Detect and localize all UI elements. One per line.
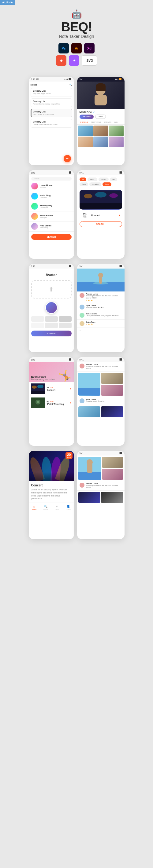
photo-grid-bottom	[77, 491, 125, 504]
svg-rect-8	[80, 203, 122, 209]
contact-laura[interactable]: Laura Moore Founder	[29, 181, 74, 191]
avatar-option-6[interactable]	[59, 322, 72, 328]
contact-list-phone: 9:41 ⬛ Search... Laura Moore Founder Mar…	[29, 170, 74, 259]
svg-point-13	[98, 273, 103, 278]
chip-location[interactable]: Location	[90, 182, 101, 186]
photo-feed-item-2: Ryan Drake Amazing event! Great fun	[77, 397, 125, 405]
avatar-option-5[interactable]	[45, 322, 58, 328]
app-logo: 🤖	[71, 9, 82, 19]
svg-rect-24	[78, 472, 101, 480]
add-note-fab[interactable]: +	[63, 155, 71, 162]
svg-rect-1	[95, 95, 107, 105]
avatar-upload-area[interactable]: ⬆	[31, 280, 72, 299]
chip-type[interactable]: Type	[103, 182, 111, 186]
screens-row-1: 9:41 AM ●●● ⬛ Notes 🔍 Grocery List Buy m…	[5, 77, 148, 165]
gallery-photo-6	[109, 136, 124, 147]
avatar-option-1[interactable]	[31, 316, 44, 322]
tab-profile[interactable]: PROFILE	[79, 120, 90, 124]
note-item-3-selected[interactable]: Grocery List Don't forget to grab coffee	[31, 109, 72, 118]
contact-info-paolo: Paolo Bonett Manager	[40, 215, 72, 218]
status-bar-photos: 9:41 ⬛	[77, 357, 125, 362]
favorite-icon[interactable]: ♥	[119, 214, 121, 217]
profile-name-bar: Mark Doe ✓	[77, 109, 125, 115]
avatar-options-grid	[31, 316, 72, 328]
concert-favorite[interactable]: ●	[70, 388, 72, 390]
gallery-photo-5	[93, 136, 108, 147]
avatar-screen: Avatar ⬆ Confirm	[29, 269, 74, 339]
svg-point-16	[37, 385, 44, 388]
figma-icon: ✦	[69, 55, 79, 66]
photo2-feed-item: Andrea Lurch Throwing Shot throw like th…	[77, 481, 125, 491]
gallery-photo-2	[93, 126, 108, 136]
tab-mentions[interactable]: MENTIONS	[90, 120, 103, 124]
event-info: Concert	[91, 214, 116, 217]
contact-mario[interactable]: Mario Sing Designer	[29, 191, 74, 202]
tab-events[interactable]: EVENTS	[103, 120, 113, 124]
notes-search-icon[interactable]: 🔍	[70, 84, 72, 86]
search-icon: 🔍	[44, 505, 47, 508]
filter-chips-row: All Music Sports Art	[80, 178, 122, 181]
avatar-option-2[interactable]	[45, 316, 58, 322]
verified-icon: ✓	[93, 111, 95, 113]
avatar-option-3[interactable]	[59, 316, 72, 322]
status-bar-photos2: 9:41 ⬛	[77, 451, 125, 456]
throwing-list-info: 06 APR iPaint Throwing	[47, 401, 68, 405]
tab-biography[interactable]: BIO	[113, 120, 119, 124]
contact-paolo[interactable]: Paolo Bonett Manager	[29, 211, 74, 221]
status-bar-profile: 9:41 ●●● 📶	[77, 77, 125, 82]
event-list-concert[interactable]: 28 FEB Concert ●	[29, 382, 74, 396]
concert-card[interactable]: 28 FEB Concert ♥	[80, 190, 122, 219]
contact-search-input[interactable]: Search...	[31, 177, 72, 181]
profile-bg	[77, 82, 125, 109]
concert-description: Join us for an amazing night of live mus…	[31, 488, 72, 500]
photo-grid-2	[77, 405, 125, 418]
screens-row-2: 9:41 ⬛ Search... Laura Moore Founder Mar…	[5, 170, 148, 259]
nav-search[interactable]: 🔍 Search	[40, 505, 51, 510]
svg-point-5	[83, 194, 92, 198]
search-button-contacts[interactable]: SEARCH	[31, 234, 72, 240]
home-icon: ⌂	[33, 505, 35, 508]
confirm-avatar-button[interactable]: Confirm	[31, 331, 72, 336]
search-button-events[interactable]: SEARCH	[80, 221, 122, 227]
contact-fred[interactable]: Fred James Marketing	[29, 221, 74, 231]
follow-button[interactable]: Follow	[95, 115, 106, 119]
photo-small-2	[101, 385, 123, 396]
svg-point-7	[109, 193, 118, 198]
throwing-favorite[interactable]: ●	[70, 401, 72, 404]
svg-point-6	[95, 192, 106, 198]
concert-list-image	[31, 383, 45, 394]
upload-button[interactable]: UPLOAD ↑	[80, 115, 94, 119]
event-list-throwing[interactable]: 06 APR iPaint Throwing ●	[29, 396, 74, 410]
note-item-1[interactable]: Grocery List Buy milk, eggs, bread	[31, 88, 72, 97]
alpha-badge: ALPHA	[0, 0, 15, 5]
chip-all[interactable]: All	[80, 178, 86, 181]
contact-brittany[interactable]: Brittany Bay Developer	[29, 202, 74, 211]
avatar-brittany	[31, 203, 38, 210]
avatar-preview-circle	[45, 302, 57, 314]
feed-item-1: Andrea Lurch Throwing Shot throw like th…	[77, 291, 125, 303]
note-item-4[interactable]: Grocery List Check pantry before shoppin…	[31, 119, 72, 128]
note-screen: Notes 🔍 Grocery List Buy milk, eggs, bre…	[29, 82, 74, 131]
nav-home[interactable]: ⌂ Home	[29, 505, 40, 510]
chip-music[interactable]: Music	[87, 178, 97, 181]
concert-svg	[80, 190, 122, 210]
photo-tall-left	[78, 457, 101, 480]
avatar-fred	[31, 223, 38, 230]
screens-row-5: 20 FEB Concert Join us for an amazing ni…	[5, 451, 148, 539]
chip-art[interactable]: Art	[110, 178, 117, 181]
event-page-dancer: 🤸	[58, 369, 72, 382]
nav-profile[interactable]: 👤 Profile	[63, 505, 74, 510]
avatar-option-4[interactable]	[31, 322, 44, 328]
event-page-phone: 9:41 ⬛ 🤸 Event Page Find upcoming events…	[29, 357, 74, 446]
feed-more: ...	[77, 328, 125, 332]
note-item-2[interactable]: Grocery List Remember to pick up vegetab…	[31, 98, 72, 107]
photo-top-right	[102, 457, 123, 468]
chip-sports[interactable]: Sports	[99, 178, 109, 181]
concert-detail-phone: 20 FEB Concert Join us for an amazing ni…	[29, 451, 74, 539]
tool-icons-row2: ◈ ✦ .SVG	[56, 55, 97, 66]
nav-favorites[interactable]: ♥ Favs	[51, 505, 63, 510]
app-subtitle: Note Taker Design	[59, 34, 94, 39]
concert-title: Concert	[31, 484, 72, 487]
chip-date[interactable]: Date	[80, 182, 88, 186]
photo-grid-full-2	[77, 456, 125, 481]
